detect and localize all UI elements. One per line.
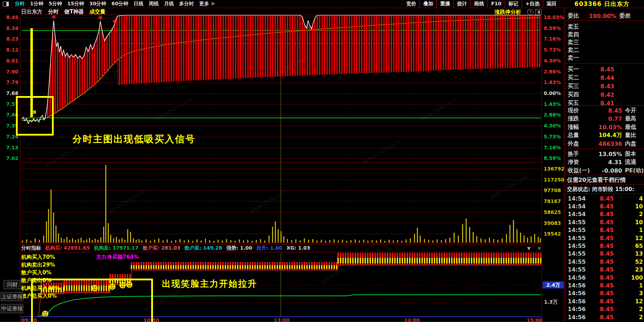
- panel-separator: [566, 63, 644, 64]
- annotation-main-signal: 分时主图出现低吸买入信号: [72, 133, 195, 145]
- panel-separator: [566, 105, 644, 106]
- tick-row: 14:568.45100: [566, 274, 644, 281]
- toolbar-button[interactable]: 统计: [454, 0, 471, 8]
- sell-level-row: 卖五: [566, 23, 644, 31]
- tick-row: 14:558.4552: [566, 258, 644, 266]
- stock-name: 日出东方: [604, 0, 630, 7]
- indicator-axis-highlight: 2.4万: [543, 281, 564, 288]
- buy-level-row: 买一8.45: [566, 65, 644, 73]
- menu-item[interactable]: 30分钟: [89, 1, 106, 7]
- toolbar-button[interactable]: +自选: [522, 0, 543, 8]
- menu-item[interactable]: 月线: [164, 1, 174, 7]
- sell-level-row: 卖四: [566, 31, 644, 38]
- collapse-indicator-icon[interactable]: ▼: [527, 246, 531, 251]
- buy-level-row: 买四8.42: [566, 91, 644, 99]
- tick-row: 14:568.452: [566, 305, 644, 313]
- tick-row: 14:558.4523: [566, 266, 644, 274]
- menu-item[interactable]: 1分钟: [30, 1, 43, 7]
- toolbar-button[interactable]: 标记: [505, 0, 522, 8]
- highlight-box-main: [16, 96, 54, 136]
- annotation-indicator-signal: 出现笑脸主力开始拉升: [162, 278, 257, 290]
- svg-text:*: *: [98, 14, 103, 24]
- main-net-buy-label: 主力净买额764%: [96, 254, 139, 261]
- toolbar-button[interactable]: 返回: [543, 0, 560, 8]
- toolbar-button[interactable]: F10: [488, 0, 505, 8]
- menu-item[interactable]: 多分时: [179, 1, 194, 7]
- tick-row: 14:568.453: [566, 290, 644, 297]
- svg-text:*: *: [112, 18, 117, 28]
- buy-level-row: 买三8.43: [566, 82, 644, 90]
- close-indicator-icon[interactable]: ×: [537, 245, 542, 251]
- window-icon[interactable]: ◨: [535, 9, 542, 15]
- menu-item[interactable]: 15分钟: [67, 1, 84, 7]
- menu-item[interactable]: 更多 >: [199, 1, 215, 7]
- stock-app-window: ***B www.cfchi.comwww.cfchi.comwww.cfchi…: [0, 0, 644, 322]
- toolbar-buttons: 竞价叠加重播统计画线F10标记+自选返回: [403, 0, 560, 8]
- tick-row: 14:548.4510: [566, 202, 644, 210]
- indicator-title: 分时指标: [21, 245, 41, 251]
- info-row: 现价8.45今开: [566, 107, 644, 114]
- menu-item[interactable]: 周线: [149, 1, 159, 7]
- menu-item[interactable]: 分时: [15, 1, 25, 7]
- indicator-field: 机构卖: 17971.17: [94, 245, 138, 251]
- toolbar-button[interactable]: 重播: [437, 0, 454, 8]
- sidebar-button[interactable]: 问财: [4, 280, 21, 289]
- chart-header-item: 成交量: [89, 8, 105, 15]
- top-menu-bar: 分时1分钟5分钟15分钟30分钟60分钟日线周线月线多分时更多 > 竞价叠加重播…: [0, 0, 644, 8]
- promo-row: 仅需20元查看千档行情: [566, 176, 644, 184]
- indicator-field: 拉升: 1.00: [256, 245, 282, 251]
- menu-item[interactable]: 日线: [134, 1, 143, 7]
- panel-separator: [566, 193, 644, 194]
- trade-status-row: 交易状态: 闭市阶段 15:00:: [566, 185, 644, 193]
- toolbar-button[interactable]: 叠加: [420, 0, 437, 8]
- info-row: 涨跌0.77最高: [566, 115, 644, 123]
- tick-row: 14:548.454: [566, 195, 644, 202]
- weibi-row: 委比100.00%委差: [566, 12, 644, 20]
- window-split-icon[interactable]: [3, 2, 9, 6]
- sidebar-button[interactable]: 上证券报: [1, 292, 23, 301]
- chart-header: 日出东方分时做T神器成交量: [21, 8, 105, 15]
- toolbar-button[interactable]: 画线: [471, 0, 488, 8]
- panel-separator: [566, 20, 644, 21]
- panel-separator: [566, 175, 644, 175]
- up-circle-icon[interactable]: ↑: [527, 9, 533, 15]
- indicator-header: 分时指标 机构买: 42691.65机构卖: 17971.17散户买: 281.…: [21, 245, 310, 251]
- info-row: 换手13.05%股本: [566, 150, 644, 158]
- limit-analysis-tab[interactable]: 涨跌停分析: [495, 9, 521, 16]
- panel-separator: [566, 184, 644, 185]
- menu-item[interactable]: 5分钟: [49, 1, 62, 7]
- order-book-panel: 委比100.00%委差卖五 卖四 卖三 卖二 卖一 买一8.45 买二8.44 …: [566, 8, 644, 322]
- chart-header-item: 分时: [48, 8, 59, 15]
- buy-level-row: 买五8.41: [566, 99, 644, 107]
- stock-label: 603366 日出东方: [560, 0, 644, 8]
- period-menu: 分时1分钟5分钟15分钟30分钟60分钟日线周线月线多分时更多 >: [12, 0, 215, 8]
- indicator-field: 散户卖: 149.28: [184, 245, 222, 251]
- sidebar-button[interactable]: 中证券报: [1, 304, 23, 313]
- sell-level-row: 卖一: [566, 54, 644, 62]
- tick-row: 14:568.4512: [566, 297, 644, 305]
- indicator-field: 强势: 1.00: [226, 245, 252, 251]
- stock-code: 603366: [574, 0, 602, 7]
- indicator-field: 散户买: 281.03: [143, 245, 181, 251]
- indicator-axis-label: 1.3万: [544, 299, 558, 305]
- indicator-field: XG: 1.03: [286, 245, 310, 251]
- chart-header-item: 做T神器: [64, 8, 84, 15]
- tick-row: 14:558.4565: [566, 242, 644, 250]
- info-row: 收益(一)-0.080PE(动): [566, 167, 644, 174]
- info-row: 外盘486336内盘: [566, 140, 644, 148]
- info-row: 净资4.31流通: [566, 159, 644, 166]
- tick-row: 14:568.451: [566, 281, 644, 289]
- tick-row: 14:558.451: [566, 226, 644, 234]
- tick-row: 14:548.452: [566, 210, 644, 218]
- toolbar-button[interactable]: 竞价: [403, 0, 420, 8]
- buy-level-row: 买二8.44: [566, 74, 644, 82]
- highlight-box-indicator: [31, 279, 153, 322]
- tick-row: 14:568.452: [566, 313, 644, 321]
- sell-level-row: 卖二: [566, 46, 644, 54]
- info-row: 总量104.4万量比: [566, 132, 644, 139]
- tick-row: 14:558.4512: [566, 234, 644, 242]
- timeshare-chart: ***B: [0, 0, 644, 322]
- menu-item[interactable]: 60分钟: [111, 1, 128, 7]
- tick-row: 14:558.4513: [566, 250, 644, 258]
- tick-row: 14:558.4510: [566, 218, 644, 226]
